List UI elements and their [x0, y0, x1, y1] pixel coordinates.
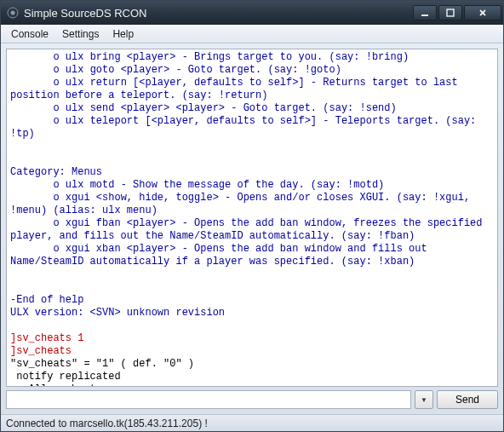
svg-rect-3	[447, 9, 454, 16]
console-line	[10, 281, 494, 294]
svg-point-1	[11, 11, 15, 15]
status-text: Connected to marcsello.tk(185.43.211.205…	[6, 418, 208, 429]
command-input[interactable]	[6, 390, 411, 409]
titlebar: Simple SourceDS RCON	[1, 1, 503, 25]
console-line	[10, 320, 494, 332]
window-buttons	[413, 5, 501, 20]
console-output[interactable]: o ulx bring <player> - Brings target to …	[6, 49, 498, 387]
console-line: ULX version: <SVN> unknown revision	[10, 307, 494, 320]
content-area: o ulx bring <player> - Brings target to …	[1, 43, 503, 414]
console-line: o ulx goto <player> - Goto target. (say:…	[10, 64, 494, 77]
console-line: Category: Menus	[10, 166, 494, 179]
app-icon	[6, 6, 20, 20]
console-line: o xgui fban <player> - Opens the add ban…	[10, 217, 494, 243]
console-line: o ulx send <player> <player> - Goto targ…	[10, 102, 494, 115]
chevron-down-icon: ▼	[421, 396, 427, 404]
console-line: notify replicated	[10, 371, 494, 383]
console-line: o ulx bring <player> - Brings target to …	[10, 51, 494, 64]
maximize-button[interactable]	[438, 5, 462, 20]
console-line	[10, 268, 494, 281]
console-line: ]sv_cheats	[10, 345, 494, 358]
send-button[interactable]: Send	[437, 390, 498, 409]
console-line: "sv_cheats" = "1" ( def. "0" )	[10, 358, 494, 371]
console-line: o xgui xban <player> - Opens the add ban…	[10, 243, 494, 268]
console-line: o ulx return [<player, defaults to self>…	[10, 77, 494, 102]
console-line: o ulx teleport [<player, defaults to sel…	[10, 115, 494, 141]
history-dropdown-button[interactable]: ▼	[415, 390, 433, 409]
console-line	[10, 141, 494, 153]
console-line: -End of help	[10, 294, 494, 307]
menu-settings[interactable]: Settings	[55, 26, 106, 42]
console-line: o xgui <show, hide, toggle> - Opens and/…	[10, 192, 494, 217]
console-line: - Allow cheats on server	[10, 383, 494, 387]
close-button[interactable]	[464, 5, 501, 20]
console-line	[10, 153, 494, 166]
statusbar: Connected to marcsello.tk(185.43.211.205…	[1, 414, 503, 431]
menu-help[interactable]: Help	[106, 26, 140, 42]
minimize-button[interactable]	[413, 5, 437, 20]
menubar: Console Settings Help	[1, 25, 503, 43]
console-line: o ulx motd - Show the message of the day…	[10, 179, 494, 192]
window-title: Simple SourceDS RCON	[24, 7, 413, 20]
app-window: Simple SourceDS RCON Console Settings He…	[0, 0, 504, 432]
console-line: ]sv_cheats 1	[10, 332, 494, 345]
menu-console[interactable]: Console	[4, 26, 55, 42]
svg-rect-2	[421, 14, 428, 16]
input-row: ▼ Send	[6, 390, 498, 409]
